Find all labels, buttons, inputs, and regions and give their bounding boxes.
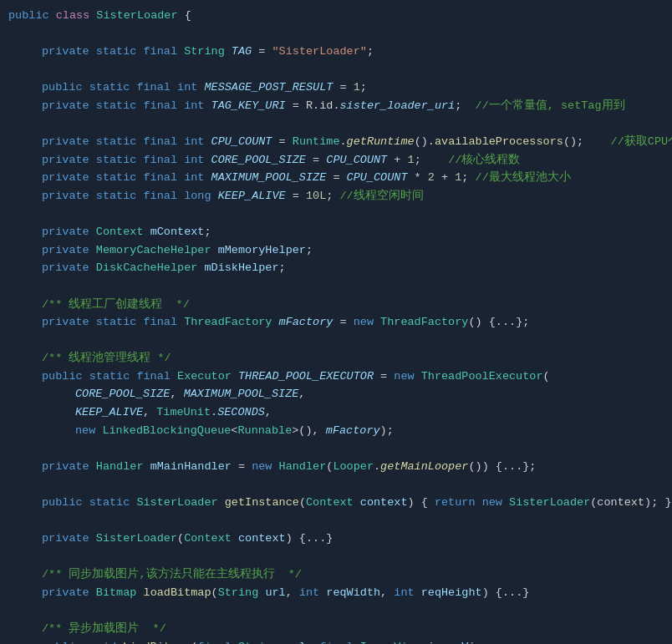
code-line: private MemoryCacheHelper mMemoryHelper; [0,241,672,260]
code-line: public static SisterLoader getInstance(C… [0,494,672,512]
code-editor: public class SisterLoader { private stat… [0,0,672,644]
code-line: private static final int TAG_KEY_URI = R… [0,97,672,115]
code-line: private static final int CPU_COUNT = Run… [0,133,672,151]
code-line: private Handler mMainHandler = new Handl… [0,458,672,476]
code-line: private static final int MAXIMUM_POOL_SI… [0,169,672,187]
code-line: new LinkedBlockingQueue<Runnable>(), mFa… [0,422,672,440]
code-line: private static final int CORE_POOL_SIZE … [0,151,672,170]
code-line: public static final Executor THREAD_POOL… [0,368,672,386]
code-line: /** 异步加载图片 */ [0,620,672,638]
code-line: private static final ThreadFactory mFact… [0,313,672,332]
code-line: public void bindBitmap(final String url,… [0,638,672,644]
code-line: public static final int MESSAGE_POST_RES… [0,79,672,97]
code-line: private static final String TAG = "Siste… [0,43,672,61]
code-line: private SisterLoader(Context context) {.… [0,530,672,548]
code-line: public class SisterLoader { [0,7,672,25]
code-line: KEEP_ALIVE, TimeUnit.SECONDS, [0,403,672,422]
code-line: private static final long KEEP_ALIVE = 1… [0,187,672,205]
code-line: /** 线程工厂创建线程 */ [0,296,672,314]
code-line: CORE_POOL_SIZE, MAXIMUM_POOL_SIZE, [0,385,672,403]
code-line: private DiskCacheHelper mDiskHelper; [0,259,672,277]
code-line: /** 线程池管理线程 */ [0,349,672,368]
code-line: private Context mContext; [0,223,672,241]
code-line: /** 同步加载图片,该方法只能在主线程执行 */ [0,565,672,584]
code-line: private Bitmap loadBitmap(String url, in… [0,584,672,602]
